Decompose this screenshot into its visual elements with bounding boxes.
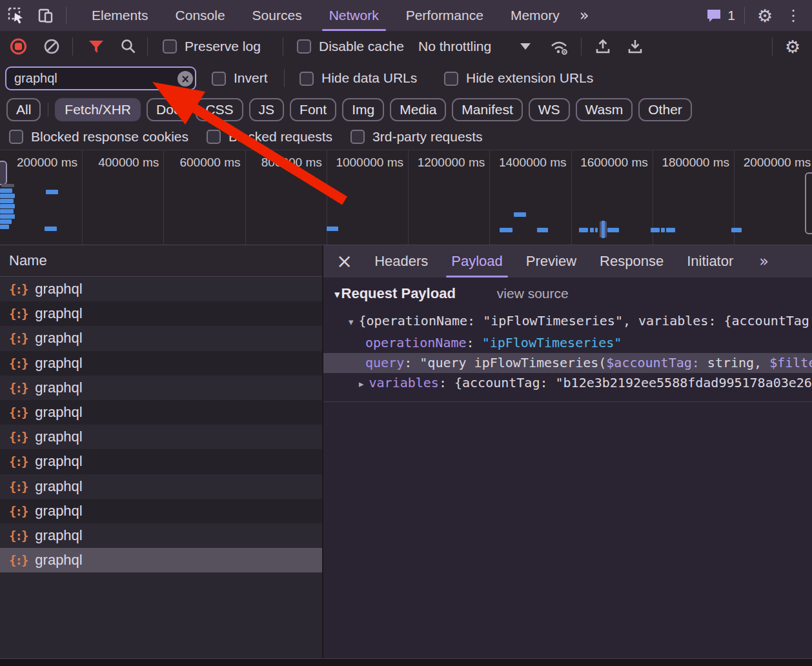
type-pill-img[interactable]: Img bbox=[342, 98, 384, 121]
request-row[interactable]: {:}graphql bbox=[0, 474, 322, 499]
detail-tab-payload[interactable]: Payload bbox=[440, 245, 514, 278]
timeline-tick-label: 1800000 ms bbox=[662, 156, 729, 170]
device-toolbar-button[interactable] bbox=[35, 5, 57, 26]
tab-sources[interactable]: Sources bbox=[239, 0, 316, 31]
type-pill-font[interactable]: Font bbox=[290, 98, 336, 121]
type-pill-fetch-xhr[interactable]: Fetch/XHR bbox=[55, 98, 141, 121]
code-segment: {operationName: "ipFlowTimeseries", vari… bbox=[359, 313, 809, 328]
request-name: graphql bbox=[35, 404, 82, 421]
timeline-gridline bbox=[408, 150, 409, 245]
request-row[interactable]: {:}graphql bbox=[0, 425, 322, 449]
3rd-party-requests-checkbox[interactable] bbox=[350, 130, 365, 144]
request-row[interactable]: {:}graphql bbox=[0, 301, 322, 326]
section-collapse-icon[interactable]: ▾ bbox=[334, 288, 340, 301]
preserve-log-checkbox[interactable] bbox=[163, 39, 177, 54]
tab-elements[interactable]: Elements bbox=[78, 0, 162, 31]
overview-left-handle[interactable] bbox=[0, 161, 7, 185]
type-pill-manifest[interactable]: Manifest bbox=[452, 98, 522, 121]
request-row[interactable]: {:}graphql bbox=[0, 523, 322, 548]
type-pill-ws[interactable]: WS bbox=[529, 98, 570, 121]
type-pill-wasm[interactable]: Wasm bbox=[576, 98, 633, 121]
payload-tree-row[interactable]: operationName: "ipFlowTimeseries" bbox=[323, 333, 812, 353]
tab-performance[interactable]: Performance bbox=[392, 0, 497, 31]
timeline-activity-bar bbox=[0, 194, 15, 198]
type-pill-css[interactable]: CSS bbox=[196, 98, 243, 121]
json-request-icon: {:} bbox=[9, 381, 27, 395]
timeline-tick-label: 1600000 ms bbox=[580, 156, 648, 170]
code-segment: "ipFlowTimeseries" bbox=[482, 335, 622, 350]
view-source-link[interactable]: view source bbox=[497, 286, 569, 301]
kebab-menu-icon: ⋮ bbox=[782, 8, 805, 23]
issues-bubble-icon bbox=[705, 8, 722, 23]
overview-right-handle[interactable] bbox=[805, 172, 812, 234]
inspect-element-button[interactable] bbox=[5, 5, 27, 26]
request-detail-panel: × HeadersPayloadPreviewResponseInitiator… bbox=[323, 245, 812, 658]
timeline-activity-bar bbox=[0, 214, 15, 219]
hide-data-urls-checkbox[interactable] bbox=[299, 72, 314, 86]
timeline-activity-bar bbox=[0, 188, 12, 193]
close-panel-button[interactable]: × bbox=[323, 252, 363, 271]
more-tabs-icon[interactable]: » bbox=[573, 6, 596, 25]
disable-cache-checkbox[interactable] bbox=[297, 39, 311, 54]
code-segment: "query ipFlowTimeseries( bbox=[420, 355, 606, 370]
import-har-button[interactable] bbox=[594, 37, 612, 56]
tab-network[interactable]: Network bbox=[316, 0, 392, 31]
network-overview-timeline[interactable]: 200000 ms400000 ms600000 ms800000 ms1000… bbox=[0, 150, 812, 245]
column-header-name[interactable]: Name bbox=[0, 245, 322, 277]
tab-memory[interactable]: Memory bbox=[497, 0, 573, 31]
issues-button[interactable]: 1 bbox=[705, 8, 735, 23]
detail-tab-initiator[interactable]: Initiator bbox=[675, 245, 745, 278]
settings-button[interactable]: ⚙ bbox=[754, 5, 776, 26]
blocked-requests-checkbox[interactable] bbox=[207, 130, 221, 144]
toolbar-divider bbox=[744, 7, 745, 24]
tree-expand-icon[interactable]: ▸ bbox=[359, 378, 364, 390]
invert-checkbox[interactable] bbox=[212, 72, 226, 86]
clear-network-log-button[interactable] bbox=[43, 37, 61, 56]
payload-section-title[interactable]: Request Payload bbox=[341, 285, 456, 302]
more-detail-tabs-icon[interactable]: » bbox=[750, 252, 778, 270]
detail-tabs: HeadersPayloadPreviewResponseInitiator bbox=[363, 245, 745, 278]
type-pill-doc[interactable]: Doc bbox=[147, 98, 190, 121]
type-pill-media[interactable]: Media bbox=[390, 98, 446, 121]
request-row[interactable]: {:}graphql bbox=[0, 548, 322, 572]
payload-tree-row[interactable]: query: "query ipFlowTimeseries($accountT… bbox=[323, 353, 812, 373]
search-button[interactable] bbox=[120, 38, 137, 55]
hide-data-urls-label: Hide data URLs bbox=[321, 70, 417, 86]
request-row[interactable]: {:}graphql bbox=[0, 277, 322, 301]
timeline-activity-bar bbox=[579, 228, 588, 232]
filter-input[interactable] bbox=[5, 66, 196, 90]
request-row[interactable]: {:}graphql bbox=[0, 351, 322, 376]
detail-tab-preview[interactable]: Preview bbox=[514, 245, 588, 278]
tab-console[interactable]: Console bbox=[162, 0, 239, 31]
tree-expand-icon[interactable]: ▾ bbox=[349, 316, 354, 328]
detail-tab-headers[interactable]: Headers bbox=[363, 245, 440, 278]
request-row[interactable]: {:}graphql bbox=[0, 499, 322, 523]
network-conditions-button[interactable] bbox=[549, 37, 571, 56]
code-segment: $accountTag: bbox=[606, 355, 700, 370]
timeline-activity-bar bbox=[537, 228, 548, 232]
request-row[interactable]: {:}graphql bbox=[0, 400, 322, 425]
request-row[interactable]: {:}graphql bbox=[0, 449, 322, 474]
type-pill-other[interactable]: Other bbox=[638, 98, 692, 121]
request-row[interactable]: {:}graphql bbox=[0, 376, 322, 400]
request-row[interactable]: {:}graphql bbox=[0, 326, 322, 350]
blocked-response-cookies-label: Blocked response cookies bbox=[31, 129, 188, 145]
detail-tab-response[interactable]: Response bbox=[588, 245, 675, 278]
export-har-button[interactable] bbox=[626, 37, 644, 56]
filter-toggle-button[interactable] bbox=[88, 39, 105, 54]
throttling-caret-icon[interactable] bbox=[520, 43, 531, 50]
payload-tree-row[interactable]: ▸variables: {accountTag: "b12e3b2192ee55… bbox=[323, 373, 812, 393]
hide-extension-urls-checkbox[interactable] bbox=[444, 72, 458, 86]
network-settings-button[interactable]: ⚙ bbox=[785, 37, 800, 55]
type-pill-all[interactable]: All bbox=[6, 98, 41, 121]
request-name: graphql bbox=[35, 379, 82, 396]
record-network-log-button[interactable] bbox=[10, 38, 26, 54]
payload-tree-row[interactable]: ▾{operationName: "ipFlowTimeseries", var… bbox=[323, 311, 812, 331]
clear-filter-button[interactable]: × bbox=[178, 71, 193, 86]
throttling-select[interactable]: No throttling bbox=[418, 39, 491, 54]
timeline-activity-bar bbox=[0, 225, 9, 229]
type-pill-js[interactable]: JS bbox=[249, 98, 285, 121]
window-bottom-edge bbox=[0, 658, 812, 666]
blocked-response-cookies-checkbox[interactable] bbox=[9, 130, 23, 144]
main-menu-button[interactable]: ⋮ bbox=[782, 5, 804, 26]
